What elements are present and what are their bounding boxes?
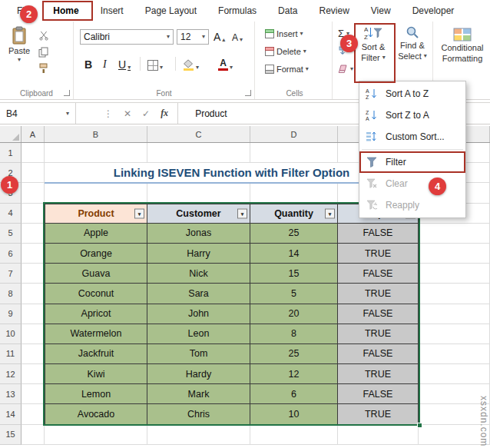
- select-all-corner[interactable]: [0, 126, 22, 142]
- filter-dropdown-button[interactable]: ▾: [237, 208, 247, 218]
- cell[interactable]: [22, 284, 45, 304]
- cell[interactable]: [22, 204, 45, 224]
- cell-helper[interactable]: FALSE: [338, 304, 419, 324]
- cell[interactable]: [250, 183, 338, 203]
- cell-quantity[interactable]: 5: [250, 284, 338, 304]
- insert-cells-button[interactable]: Insert ▾: [265, 29, 303, 38]
- insert-function-icon[interactable]: fx: [161, 108, 168, 119]
- bold-button[interactable]: B: [84, 55, 92, 72]
- cell-quantity[interactable]: 25: [250, 344, 338, 364]
- font-size-combo[interactable]: 12 ▾: [177, 29, 209, 45]
- cell-customer[interactable]: Leon: [147, 324, 250, 344]
- cell[interactable]: [147, 183, 250, 203]
- cell[interactable]: [419, 364, 490, 384]
- row-header[interactable]: 9: [0, 304, 22, 324]
- cell-product[interactable]: Orange: [45, 244, 147, 264]
- cell-helper[interactable]: TRUE: [338, 324, 419, 344]
- cell-helper[interactable]: FALSE: [338, 264, 419, 284]
- menu-item-custom-sort[interactable]: Custom Sort...: [359, 126, 465, 148]
- cell-product[interactable]: Avocado: [45, 404, 147, 424]
- row-header[interactable]: 5: [0, 224, 22, 244]
- cell-product[interactable]: Jackfruit: [45, 344, 147, 364]
- cell[interactable]: [338, 425, 419, 445]
- row-header[interactable]: 12: [0, 364, 22, 384]
- cell[interactable]: [45, 425, 147, 445]
- borders-button[interactable]: ▾: [147, 55, 163, 72]
- tab-data[interactable]: Data: [267, 0, 308, 22]
- cell-product[interactable]: Apple: [45, 224, 147, 244]
- cell[interactable]: [419, 324, 490, 344]
- cell[interactable]: [22, 183, 45, 203]
- cell[interactable]: [45, 143, 147, 163]
- cell-helper[interactable]: TRUE: [338, 404, 419, 424]
- header-cell-quantity[interactable]: Quantity ▾: [250, 204, 338, 224]
- header-cell-customer[interactable]: Customer ▾: [147, 204, 250, 224]
- cell[interactable]: [147, 425, 250, 445]
- cell-customer[interactable]: Chris: [147, 404, 250, 424]
- filter-dropdown-button[interactable]: ▾: [134, 208, 144, 218]
- fill-color-button[interactable]: ▾: [183, 55, 199, 72]
- cell-quantity[interactable]: 8: [250, 324, 338, 344]
- cell-helper[interactable]: TRUE: [338, 244, 419, 264]
- cell[interactable]: [22, 244, 45, 264]
- cell-helper[interactable]: FALSE: [338, 224, 419, 244]
- fill-handle[interactable]: [417, 423, 422, 428]
- clear-button[interactable]: ▾: [338, 65, 353, 74]
- cell-product[interactable]: Apricot: [45, 304, 147, 324]
- underline-button[interactable]: U ▾: [118, 55, 131, 72]
- column-header-c[interactable]: C: [147, 126, 250, 142]
- cell[interactable]: [147, 143, 250, 163]
- tab-formulas[interactable]: Formulas: [207, 0, 267, 22]
- cell[interactable]: [22, 163, 45, 183]
- shrink-font-button[interactable]: A ▾: [232, 28, 243, 45]
- cell-customer[interactable]: Hardy: [147, 364, 250, 384]
- copy-button[interactable]: [38, 47, 48, 58]
- tab-review[interactable]: Review: [308, 0, 359, 22]
- cell-product[interactable]: Coconut: [45, 284, 147, 304]
- cell-helper[interactable]: FALSE: [338, 344, 419, 364]
- cell-product[interactable]: Watermelon: [45, 324, 147, 344]
- cell-quantity[interactable]: 15: [250, 264, 338, 284]
- row-header[interactable]: 14: [0, 404, 22, 424]
- cell-customer[interactable]: Mark: [147, 384, 250, 404]
- italic-button[interactable]: I: [103, 55, 107, 72]
- row-header[interactable]: 15: [0, 425, 22, 445]
- row-header[interactable]: 6: [0, 244, 22, 264]
- menu-item-filter[interactable]: Filter: [359, 151, 465, 173]
- cell-quantity[interactable]: 10: [250, 404, 338, 424]
- conditional-formatting-button[interactable]: Conditional Formatting: [436, 28, 488, 89]
- cell[interactable]: [22, 224, 45, 244]
- cell[interactable]: [22, 344, 45, 364]
- row-header[interactable]: 13: [0, 384, 22, 404]
- cell-quantity[interactable]: 14: [250, 244, 338, 264]
- cell-quantity[interactable]: 12: [250, 364, 338, 384]
- cell[interactable]: [419, 284, 490, 304]
- cell[interactable]: [22, 364, 45, 384]
- cell-quantity[interactable]: 25: [250, 224, 338, 244]
- format-cells-button[interactable]: Format ▾: [265, 65, 309, 74]
- cell[interactable]: [22, 304, 45, 324]
- cell[interactable]: [45, 183, 147, 203]
- filter-dropdown-button[interactable]: ▾: [325, 208, 335, 218]
- cell-customer[interactable]: Harry: [147, 244, 250, 264]
- paste-button[interactable]: Paste ▾: [5, 26, 34, 88]
- cell-helper[interactable]: TRUE: [338, 284, 419, 304]
- column-header-a[interactable]: A: [22, 126, 45, 142]
- cell-customer[interactable]: Sara: [147, 284, 250, 304]
- tab-page-layout[interactable]: Page Layout: [134, 0, 207, 22]
- row-header[interactable]: 7: [0, 264, 22, 284]
- clipboard-dialog-launcher[interactable]: [64, 90, 70, 96]
- column-header-b[interactable]: B: [45, 126, 147, 142]
- cell-customer[interactable]: Jonas: [147, 224, 250, 244]
- cell[interactable]: [250, 425, 338, 445]
- cell[interactable]: [419, 224, 490, 244]
- column-header-d[interactable]: D: [250, 126, 338, 142]
- row-header[interactable]: 8: [0, 284, 22, 304]
- cell[interactable]: [22, 425, 45, 445]
- cell-customer[interactable]: John: [147, 304, 250, 324]
- tab-developer[interactable]: Developer: [402, 0, 465, 22]
- tab-insert[interactable]: Insert: [90, 0, 134, 22]
- menu-item-sort-z-to-a[interactable]: Z A Sort Z to A: [359, 105, 465, 126]
- tab-view[interactable]: View: [360, 0, 402, 22]
- cell[interactable]: [22, 264, 45, 284]
